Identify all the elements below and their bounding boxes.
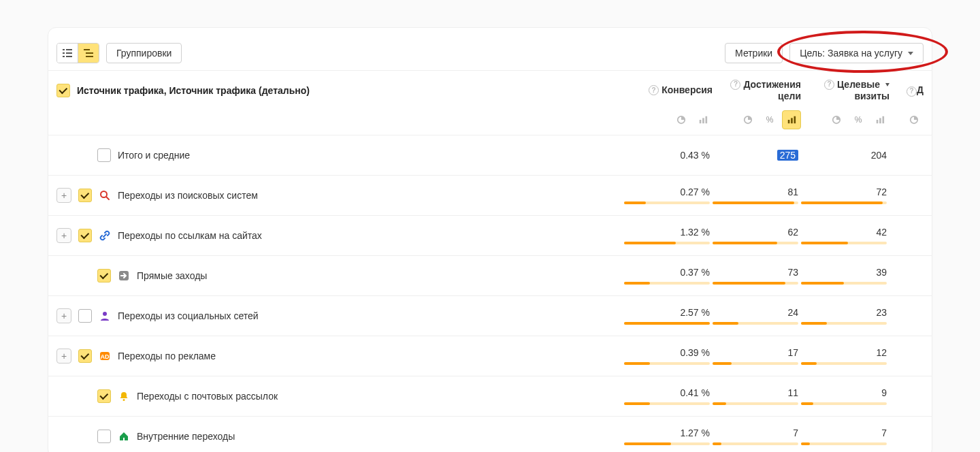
select-all-checkbox[interactable] <box>56 84 70 97</box>
groupings-button[interactable]: Группировки <box>106 43 182 63</box>
search-icon <box>99 189 111 201</box>
dimension-cell: +ADПереходы по рекламе <box>56 349 624 364</box>
metric-value: 0.41 % <box>680 387 710 398</box>
row-label[interactable]: Переходы из социальных сетей <box>118 310 259 321</box>
metric-cell-visits: 12 <box>801 347 889 365</box>
row-checkbox[interactable] <box>78 309 92 323</box>
dimension-cell: Прямые заходы <box>56 269 624 282</box>
svg-rect-20 <box>883 116 885 123</box>
svg-rect-1 <box>66 49 72 50</box>
row-checkbox[interactable] <box>78 229 92 242</box>
visits-view-controls: % <box>801 110 889 129</box>
row-checkbox[interactable] <box>78 349 92 363</box>
bars-icon[interactable] <box>782 110 801 129</box>
dimension-cell: Внутренние переходы <box>56 430 624 443</box>
svg-rect-14 <box>788 120 790 123</box>
row-label[interactable]: Переходы с почтовых рассылок <box>137 391 278 402</box>
metric-cell-visits: 23 <box>801 307 889 325</box>
pie-icon[interactable] <box>827 110 846 129</box>
metric-value: 12 <box>876 347 887 358</box>
metric-cell-conv: 0.37 % <box>624 267 713 285</box>
metric-value: 9 <box>881 387 887 398</box>
expand-button[interactable]: + <box>56 308 71 323</box>
metric-cell-visits: 39 <box>801 267 889 285</box>
chevron-down-icon <box>908 52 913 55</box>
column-conversion[interactable]: ?Конверсия <box>624 84 713 96</box>
column-visits[interactable]: ?Целевые визиты <box>801 79 889 102</box>
percent-icon[interactable]: % <box>760 110 779 129</box>
svg-text:AD: AD <box>101 353 110 360</box>
svg-rect-11 <box>702 118 704 123</box>
help-icon: ? <box>649 85 659 95</box>
svg-rect-7 <box>86 52 93 54</box>
row-label[interactable]: Итого и средние <box>118 150 190 161</box>
metric-value: 0.27 % <box>680 187 710 197</box>
row-label[interactable]: Переходы из поисковых систем <box>118 190 258 201</box>
metric-value: 81 <box>787 187 798 197</box>
pie-icon[interactable] <box>738 110 757 129</box>
table-row: +Переходы по ссылкам на сайтах1.32 %6242 <box>48 216 932 256</box>
metric-value: 24 <box>787 307 798 318</box>
help-icon: ? <box>730 80 740 90</box>
metric-view-controls: % % <box>48 103 932 135</box>
ad-icon: AD <box>99 350 111 362</box>
expand-button[interactable]: + <box>56 188 71 203</box>
row-label[interactable]: Внутренние переходы <box>137 431 235 442</box>
svg-rect-15 <box>791 118 793 123</box>
row-checkbox[interactable] <box>97 269 111 282</box>
conversion-view-controls <box>624 110 713 129</box>
metric-value: 7 <box>793 427 798 438</box>
expand-button[interactable]: + <box>56 228 71 243</box>
table-row: +ADПереходы по рекламе0.39 %1712 <box>48 336 932 376</box>
pie-icon[interactable] <box>672 110 691 129</box>
pie-icon[interactable] <box>904 110 924 129</box>
metric-cell-conv: 0.39 % <box>624 347 713 365</box>
metrics-button[interactable]: Метрики <box>725 43 783 63</box>
view-tree-button[interactable] <box>78 44 99 63</box>
report-toolbar: Группировки Метрики Цель: Заявка на услу… <box>48 40 932 70</box>
metric-value: 17 <box>787 347 798 358</box>
overflow-view-controls <box>889 110 924 129</box>
row-checkbox[interactable] <box>78 189 92 202</box>
dimension-cell: +Переходы из социальных сетей <box>56 308 624 323</box>
metric-cell-goals: 17 <box>713 347 801 365</box>
svg-rect-18 <box>877 120 879 123</box>
table-row: Внутренние переходы1.27 %77 <box>48 417 932 452</box>
dimension-cell: +Переходы из поисковых систем <box>56 188 624 203</box>
view-mode-toggle <box>56 43 99 63</box>
social-icon <box>99 310 111 322</box>
svg-rect-19 <box>879 118 881 123</box>
metric-cell-conv: 0.43 % <box>624 150 713 161</box>
table-row: Прямые заходы0.37 %7339 <box>48 256 932 296</box>
row-checkbox[interactable] <box>97 389 111 403</box>
goal-selector-button[interactable]: Цель: Заявка на услугу <box>789 43 924 63</box>
metric-value: 7 <box>881 427 887 438</box>
row-checkbox[interactable] <box>97 148 111 162</box>
dimension-header: Источник трафика, Источник трафика (дета… <box>56 84 624 97</box>
svg-rect-0 <box>63 49 65 50</box>
metric-value: 62 <box>787 227 798 238</box>
metric-value: 204 <box>871 150 887 161</box>
svg-point-28 <box>123 399 125 401</box>
metric-value: 42 <box>876 227 887 238</box>
column-goals[interactable]: ?Достижения цели <box>713 79 801 102</box>
percent-icon[interactable]: % <box>849 110 868 129</box>
bars-icon[interactable] <box>693 110 713 129</box>
metric-value: 1.27 % <box>680 427 710 438</box>
svg-rect-10 <box>700 120 702 123</box>
svg-rect-2 <box>63 52 65 54</box>
view-list-button[interactable] <box>57 44 78 63</box>
expand-button[interactable]: + <box>56 349 71 364</box>
table-header: Источник трафика, Источник трафика (дета… <box>48 70 932 103</box>
metric-value: 0.39 % <box>680 347 710 358</box>
row-checkbox[interactable] <box>97 430 111 443</box>
metric-value: 2.57 % <box>680 307 710 318</box>
row-label[interactable]: Прямые заходы <box>137 270 207 281</box>
bars-icon[interactable] <box>870 110 889 129</box>
row-label[interactable]: Переходы по рекламе <box>118 351 216 361</box>
svg-line-23 <box>106 197 109 199</box>
svg-rect-6 <box>84 49 90 50</box>
row-label[interactable]: Переходы по ссылкам на сайтах <box>118 230 262 241</box>
metric-value: 1.32 % <box>680 227 710 238</box>
metric-value: 275 <box>777 150 798 161</box>
